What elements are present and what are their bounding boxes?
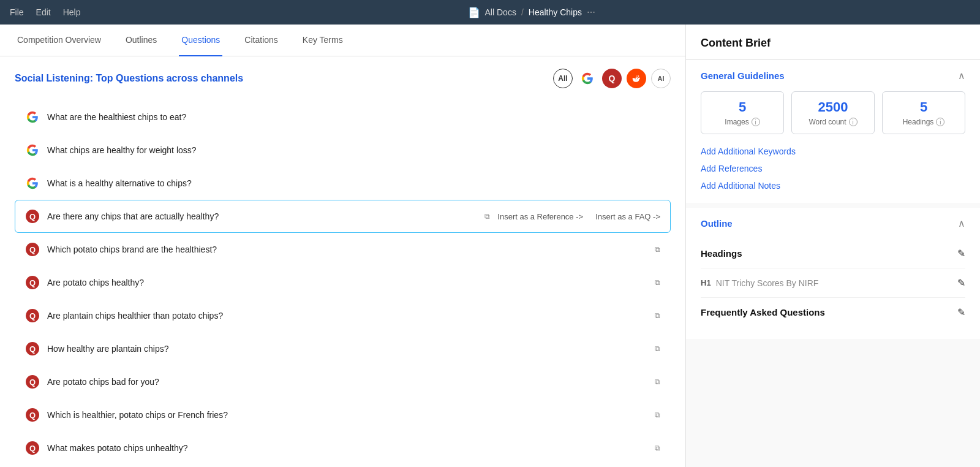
filter-google[interactable]	[578, 69, 597, 88]
question-row[interactable]: What are the healthiest chips to eat?	[15, 101, 671, 134]
stat-headings-value: 5	[920, 99, 927, 115]
question-row[interactable]: Q Are potato chips healthy? ⧉	[15, 266, 671, 299]
general-guidelines-header[interactable]: General Guidelines ∧	[686, 60, 980, 91]
tab-questions[interactable]: Questions	[179, 25, 222, 56]
stat-headings: 5 Headings i	[882, 91, 965, 134]
h1-text: NIT Trichy Scores By NIRF	[716, 278, 819, 288]
question-row[interactable]: Q What makes potato chips unhealthy? ⧉	[15, 431, 671, 465]
headings-info-icon[interactable]: i	[936, 118, 944, 126]
stat-headings-label: Headings i	[903, 118, 945, 126]
add-additional-keywords-link[interactable]: Add Additional Keywords	[701, 146, 965, 156]
outline-header[interactable]: Outline ∧	[686, 208, 980, 239]
question-row[interactable]: What is a healthy alternative to chips?	[15, 167, 671, 200]
menu-file[interactable]: File	[10, 7, 24, 17]
doc-icon: 📄	[468, 7, 480, 18]
stat-wordcount: 2500 Word count i	[791, 91, 875, 134]
outline-section: Outline ∧ Headings ✎ H1 NIT Trichy Score…	[686, 208, 980, 339]
external-link-icon[interactable]: ⧉	[655, 378, 660, 386]
outline-faq-label: Frequently Asked Questions	[701, 307, 825, 317]
source-icon-google	[25, 110, 40, 124]
filter-buttons: All Q	[553, 69, 671, 88]
tab-outlines[interactable]: Outlines	[123, 25, 159, 56]
source-icon-quora: Q	[25, 308, 40, 323]
top-bar: File Edit Help 📄 All Docs / Healthy Chip…	[0, 0, 980, 25]
share-icon[interactable]: ⋯	[587, 7, 595, 17]
stat-wordcount-value: 2500	[818, 99, 848, 115]
stats-row: 5 Images i 2500 Word count i	[701, 91, 965, 134]
stat-images: 5 Images i	[701, 91, 784, 134]
question-row[interactable]: Q Are plantain chips healthier than pota…	[15, 299, 671, 332]
question-row[interactable]: Q Why are kettle-cooked chips better tha…	[15, 465, 671, 467]
question-row[interactable]: Q Are potato chips bad for you? ⧉	[15, 365, 671, 398]
right-panel-header: Content Brief	[686, 25, 980, 60]
outline-content: Headings ✎ H1 NIT Trichy Scores By NIRF …	[686, 239, 980, 339]
outline-h1-row: H1 NIT Trichy Scores By NIRF ✎	[701, 268, 965, 298]
source-icon-google	[25, 143, 40, 158]
question-text: How healthy are plantain chips?	[47, 344, 645, 354]
guideline-links: Add Additional Keywords Add References A…	[701, 146, 965, 191]
faq-edit-icon[interactable]: ✎	[957, 306, 965, 318]
menu-help[interactable]: Help	[63, 7, 81, 17]
question-text: Which is healthier, potato chips or Fren…	[47, 410, 645, 420]
question-row[interactable]: Q Which is healthier, potato chips or Fr…	[15, 398, 671, 431]
add-references-link[interactable]: Add References	[701, 164, 965, 173]
questions-area: Social Listening: Top Questions across c…	[0, 56, 685, 467]
all-docs-link[interactable]: All Docs	[485, 7, 516, 17]
outline-h1-sub: H1 NIT Trichy Scores By NIRF	[701, 278, 818, 288]
source-icon-quora: Q	[25, 341, 40, 356]
wordcount-info-icon[interactable]: i	[849, 118, 858, 126]
stat-images-label: Images i	[725, 118, 760, 126]
guidelines-content: 5 Images i 2500 Word count i	[686, 91, 980, 203]
external-link-icon[interactable]: ⧉	[655, 278, 660, 287]
question-text: What is a healthy alternative to chips?	[47, 178, 660, 188]
external-link-icon[interactable]: ⧉	[655, 411, 660, 419]
filter-reddit[interactable]	[627, 69, 646, 88]
h1-edit-icon[interactable]: ✎	[957, 277, 965, 289]
source-icon-quora: Q	[25, 275, 40, 290]
add-additional-notes-link[interactable]: Add Additional Notes	[701, 181, 965, 191]
section-header: Social Listening: Top Questions across c…	[15, 69, 671, 88]
question-text: Are plantain chips healthier than potato…	[47, 311, 645, 321]
outline-headings-label: Headings	[701, 248, 742, 259]
right-panel: Content Brief General Guidelines ∧ 5 Ima…	[686, 25, 980, 467]
filter-ai[interactable]: AI	[651, 69, 671, 88]
headings-edit-icon[interactable]: ✎	[957, 248, 965, 259]
svg-point-2	[637, 78, 638, 80]
filter-all[interactable]: All	[553, 69, 573, 88]
question-text: Are there any chips that are actually he…	[47, 211, 475, 221]
filter-quora[interactable]: Q	[602, 69, 622, 88]
source-icon-quora: Q	[25, 441, 40, 455]
tab-competition-overview[interactable]: Competition Overview	[15, 25, 104, 56]
insert-as-faq[interactable]: Insert as a FAQ ->	[595, 212, 660, 221]
external-link-icon[interactable]: ⧉	[655, 311, 660, 320]
insert-as-reference[interactable]: Insert as a Reference ->	[497, 212, 583, 221]
question-text: What makes potato chips unhealthy?	[47, 443, 645, 453]
tab-citations[interactable]: Citations	[242, 25, 280, 56]
external-link-icon[interactable]: ⧉	[655, 344, 660, 353]
question-row-highlighted[interactable]: Q Are there any chips that are actually …	[15, 200, 671, 233]
question-row[interactable]: Q Which potato chips brand are the healt…	[15, 233, 671, 266]
general-guidelines-label: General Guidelines	[701, 70, 785, 81]
question-row[interactable]: Q How healthy are plantain chips? ⧉	[15, 332, 671, 365]
stat-wordcount-label: Word count i	[809, 118, 857, 126]
breadcrumb-separator: /	[521, 7, 524, 17]
question-text: What chips are healthy for weight loss?	[47, 145, 660, 155]
tab-key-terms[interactable]: Key Terms	[300, 25, 345, 56]
question-row[interactable]: What chips are healthy for weight loss?	[15, 134, 671, 167]
menu-edit[interactable]: Edit	[36, 7, 51, 17]
outline-faq-row: Frequently Asked Questions ✎	[701, 298, 965, 327]
source-icon-google	[25, 176, 40, 191]
section-title: Social Listening: Top Questions across c…	[15, 73, 243, 84]
images-info-icon[interactable]: i	[752, 118, 760, 126]
tab-nav: Competition Overview Outlines Questions …	[0, 25, 685, 56]
question-text: Are potato chips healthy?	[47, 278, 645, 287]
source-icon-quora: Q	[25, 242, 40, 257]
source-icon-quora: Q	[25, 408, 40, 422]
chevron-up-icon[interactable]: ∧	[958, 70, 965, 82]
external-link-icon[interactable]: ⧉	[484, 212, 490, 221]
svg-point-1	[635, 78, 636, 80]
external-link-icon[interactable]: ⧉	[655, 444, 660, 452]
outline-chevron-up-icon[interactable]: ∧	[958, 218, 965, 229]
question-text: Which potato chips brand are the healthi…	[47, 245, 645, 254]
external-link-icon[interactable]: ⧉	[655, 245, 660, 254]
